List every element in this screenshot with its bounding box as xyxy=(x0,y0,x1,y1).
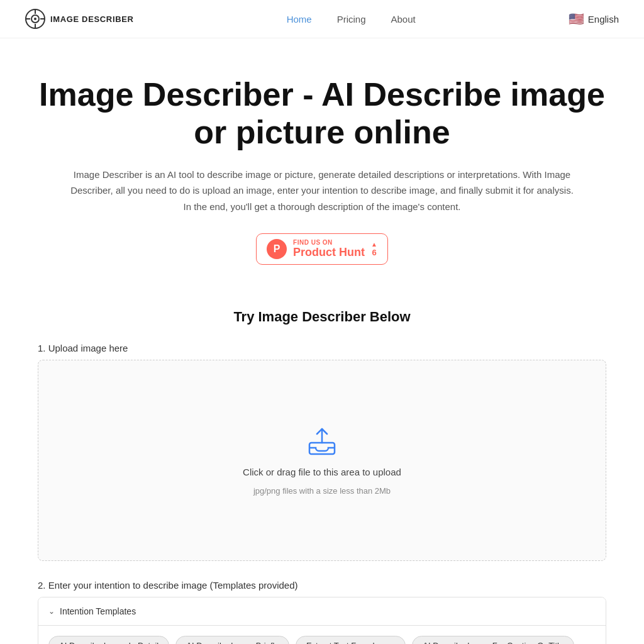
nav-pricing[interactable]: Pricing xyxy=(337,14,366,25)
upload-main-text: Click or drag file to this area to uploa… xyxy=(243,467,401,477)
intention-templates-box: ⌄ Intention Templates AI Describe Image … xyxy=(38,597,606,644)
language-label: English xyxy=(588,14,619,25)
svg-point-2 xyxy=(34,18,36,20)
chevron-icon: ⌄ xyxy=(48,607,55,616)
nav-home[interactable]: Home xyxy=(287,14,312,25)
product-hunt-text: FIND US ON Product Hunt xyxy=(293,239,365,259)
ph-vote-count: 6 xyxy=(372,248,376,257)
upload-sub-text: jpg/png files with a size less than 2Mb xyxy=(253,486,391,496)
hero-title: Image Describer - AI Describe image or p… xyxy=(38,76,606,152)
step1-label: 1. Upload image here xyxy=(38,343,606,353)
intention-templates-header[interactable]: ⌄ Intention Templates xyxy=(38,597,606,626)
logo-icon xyxy=(25,9,45,29)
flag-icon: 🇺🇸 xyxy=(569,11,584,26)
upload-icon xyxy=(306,425,338,458)
ph-votes: ▲ 6 xyxy=(371,241,377,257)
product-hunt-badge[interactable]: P FIND US ON Product Hunt ▲ 6 xyxy=(256,233,388,265)
nav: Home Pricing About xyxy=(287,14,416,25)
step2-label: 2. Enter your intention to describe imag… xyxy=(38,580,606,591)
language-selector[interactable]: 🇺🇸 English xyxy=(569,11,619,26)
template-tags-container: AI Describe Image In Detail AI Describe … xyxy=(38,626,606,644)
logo[interactable]: IMAGE DESCRIBER xyxy=(25,9,134,29)
nav-about[interactable]: About xyxy=(391,14,416,25)
product-hunt-logo: P xyxy=(267,239,287,259)
ph-name: Product Hunt xyxy=(293,246,365,259)
hero-description: Image Describer is an AI tool to describ… xyxy=(70,167,574,215)
logo-text: IMAGE DESCRIBER xyxy=(50,14,134,24)
ph-arrow-icon: ▲ xyxy=(371,241,377,248)
upload-area[interactable]: Click or drag file to this area to uploa… xyxy=(38,360,606,561)
intention-templates-label: Intention Templates xyxy=(60,606,136,616)
tag-caption-title[interactable]: AI Describe Image For Caption Or Title xyxy=(412,636,574,644)
main-content: Try Image Describer Below 1. Upload imag… xyxy=(0,309,644,644)
hero-section: Image Describer - AI Describe image or p… xyxy=(0,38,644,309)
ph-find-label: FIND US ON xyxy=(293,239,333,246)
section-title: Try Image Describer Below xyxy=(38,309,606,325)
tag-extract-text[interactable]: Extract Text From Image xyxy=(296,636,406,644)
tag-describe-detail[interactable]: AI Describe Image In Detail xyxy=(48,636,169,644)
header: IMAGE DESCRIBER Home Pricing About 🇺🇸 En… xyxy=(0,0,644,38)
tag-describe-briefly[interactable]: AI Describe Image Briefly xyxy=(175,636,289,644)
